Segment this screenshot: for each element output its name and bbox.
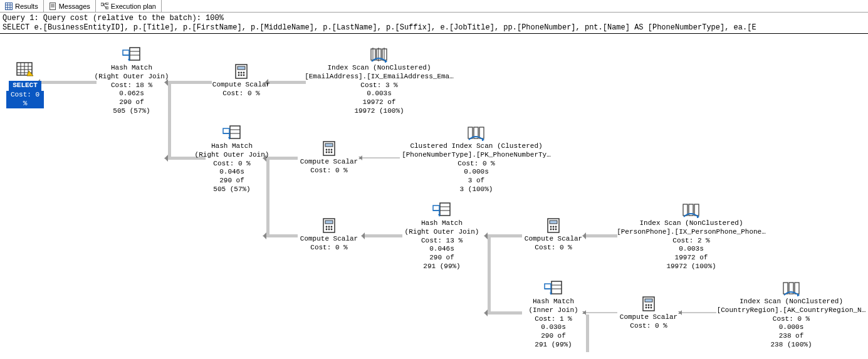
svg-point-90 — [651, 304, 652, 306]
clustered-index-scan-icon — [398, 125, 555, 141]
svg-point-61 — [326, 229, 328, 231]
hash-match-icon — [401, 202, 483, 218]
svg-rect-94 — [783, 283, 788, 294]
index-scan-icon — [714, 280, 868, 296]
node-line: Cost: 3 % — [301, 81, 458, 90]
plan-node-compute-scalar-3[interactable]: Compute Scalar Cost: 0 % — [295, 217, 363, 252]
plan-arrow — [40, 81, 97, 84]
plan-arrow — [586, 312, 617, 313]
node-line: Cost: 0 % — [614, 322, 683, 331]
svg-rect-39 — [230, 126, 240, 138]
node-line: 3 of — [398, 177, 555, 185]
node-line: 505 (57%) — [91, 107, 172, 116]
node-line: Cost: 0 % — [295, 244, 363, 252]
node-line: [EmailAddress].[IX_EmailAddress_Ema… — [301, 73, 458, 81]
tab-strip: Results Messages Execution plan — [0, 0, 868, 13]
query-sql-line: SELECT e.[BusinessEntityID], p.[Title], … — [0, 23, 868, 34]
node-line: 19972 of — [613, 254, 770, 263]
node-line: 238 (100%) — [714, 341, 868, 350]
svg-rect-28 — [238, 66, 245, 70]
svg-rect-84 — [545, 284, 551, 289]
node-line: Cost: 0 % — [519, 244, 588, 252]
plan-node-index-scan-emailaddress[interactable]: Index Scan (NonClustered) [EmailAddress]… — [301, 46, 458, 116]
svg-point-93 — [651, 307, 652, 309]
plan-arrow — [488, 237, 491, 314]
plan-arrow — [488, 234, 522, 237]
svg-point-91 — [646, 307, 647, 309]
plan-node-compute-scalar-4[interactable]: Compute Scalar Cost: 0 % — [519, 217, 588, 252]
node-line: 0.003s — [301, 90, 458, 98]
svg-point-29 — [238, 72, 240, 74]
svg-rect-79 — [694, 204, 699, 216]
plan-node-compute-scalar-5[interactable]: Compute Scalar Cost: 0 % — [614, 296, 683, 331]
svg-rect-0 — [6, 3, 13, 9]
plan-node-hash-match-4[interactable]: Hash Match (Inner Join) Cost: 1 % 0.030s… — [519, 280, 588, 350]
plan-arrow — [266, 234, 298, 237]
svg-point-88 — [646, 304, 647, 306]
plan-icon — [101, 3, 108, 10]
plan-node-select[interactable]: SELECT Cost: 0 % — [6, 62, 44, 108]
compute-scalar-icon — [207, 63, 276, 80]
plan-node-index-scan-countryregion[interactable]: Index Scan (NonClustered) [CountryRegion… — [714, 280, 868, 350]
hash-match-icon — [191, 125, 273, 141]
svg-point-73 — [555, 226, 557, 228]
node-line: 0.000s — [398, 168, 555, 177]
plan-node-clustered-index-scan-phonenumbertype[interactable]: Clustered Index Scan (Clustered) [PhoneN… — [398, 125, 555, 194]
node-line: 291 (99%) — [401, 263, 483, 271]
plan-node-hash-match-1[interactable]: Hash Match (Right Outer Join) Cost: 18 %… — [91, 46, 172, 116]
node-line: Hash Match — [191, 142, 273, 151]
svg-point-49 — [326, 152, 328, 153]
node-line: Compute Scalar — [519, 235, 588, 244]
node-line: Cost: 0 % — [398, 160, 555, 169]
compute-scalar-icon — [295, 140, 363, 157]
node-line: 19972 (100%) — [301, 107, 458, 116]
plan-node-compute-scalar-1[interactable]: Compute Scalar Cost: 0 % — [207, 63, 276, 98]
node-line: 505 (57%) — [191, 185, 273, 194]
plan-arrow — [365, 234, 402, 237]
hash-match-icon — [91, 46, 172, 63]
node-line: 19972 of — [301, 98, 458, 107]
node-line: 238 of — [714, 332, 868, 341]
svg-point-62 — [328, 229, 330, 231]
node-line: Cost: 1 % — [519, 315, 588, 324]
svg-point-46 — [326, 149, 328, 151]
node-line: 0.003s — [613, 245, 770, 254]
execution-plan-canvas[interactable]: SELECT Cost: 0 % Hash Match (Right Outer… — [0, 34, 868, 359]
plan-node-hash-match-2[interactable]: Hash Match (Right Outer Join) Cost: 0 % … — [191, 125, 273, 194]
node-line: Hash Match — [91, 64, 172, 73]
node-line: Cost: 18 % — [91, 81, 172, 90]
node-line: 3 (100%) — [398, 185, 555, 194]
node-line: Index Scan (NonClustered) — [613, 219, 770, 228]
svg-rect-67 — [433, 206, 439, 211]
node-line: 290 of — [191, 177, 273, 185]
svg-rect-10 — [106, 3, 108, 4]
plan-node-index-scan-personphone[interactable]: Index Scan (NonClustered) [PersonPhone].… — [613, 202, 770, 271]
plan-node-hash-match-3[interactable]: Hash Match (Right Outer Join) Cost: 13 %… — [401, 202, 483, 271]
node-line: 290 of — [91, 98, 172, 107]
svg-point-63 — [331, 229, 333, 231]
node-line: Hash Match — [401, 219, 483, 228]
svg-rect-22 — [130, 48, 140, 60]
node-line: Cost: 13 % — [401, 237, 483, 246]
node-line: 0.046s — [191, 168, 273, 177]
node-line: Clustered Index Scan (Clustered) — [398, 142, 555, 151]
svg-point-92 — [648, 307, 650, 309]
plan-arrow — [682, 312, 716, 313]
node-line: 290 of — [519, 332, 588, 341]
plan-node-compute-scalar-2[interactable]: Compute Scalar Cost: 0 % — [295, 140, 363, 175]
svg-point-31 — [243, 72, 245, 74]
node-line: Cost: 0 % — [295, 167, 363, 175]
svg-point-76 — [555, 229, 557, 231]
svg-point-74 — [550, 229, 552, 231]
index-scan-icon — [301, 46, 458, 63]
svg-rect-81 — [552, 281, 562, 294]
tab-results[interactable]: Results — [0, 0, 44, 12]
node-line: Cost: 2 % — [613, 237, 770, 246]
tab-messages[interactable]: Messages — [44, 0, 96, 12]
svg-rect-9 — [101, 3, 103, 6]
svg-point-60 — [331, 226, 333, 228]
svg-rect-25 — [123, 50, 129, 55]
svg-point-33 — [241, 75, 243, 76]
tab-execution-plan[interactable]: Execution plan — [96, 0, 162, 12]
svg-rect-64 — [440, 203, 450, 216]
